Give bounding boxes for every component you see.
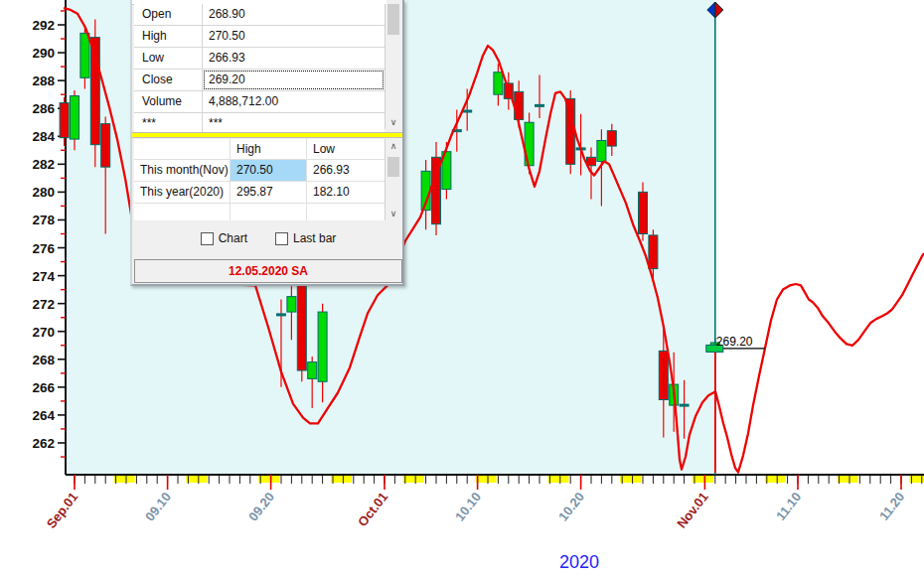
candlestick[interactable] [60, 103, 69, 138]
ohlc-row: Low266.93 [134, 48, 385, 70]
y-axis-label: 280 [32, 185, 55, 200]
weekend-marker [476, 476, 497, 483]
candlestick[interactable] [297, 278, 306, 370]
ohlc-row-value[interactable]: 4,888,712.00 [203, 91, 385, 112]
candlestick[interactable] [515, 91, 524, 119]
x-axis-label: 09.10 [142, 490, 174, 524]
ohlc-scrollbar[interactable]: ∨ [385, 4, 401, 129]
ohlc-row-label: High [134, 26, 203, 47]
weekend-marker [765, 476, 786, 483]
checkbox-box-icon[interactable] [201, 232, 214, 245]
weekend-marker [186, 476, 207, 483]
scrollbar-thumb[interactable] [387, 4, 399, 35]
y-axis-label: 270 [32, 325, 55, 340]
y-axis-label: 284 [32, 129, 55, 144]
candlestick[interactable] [597, 140, 606, 161]
ohlc-row-value[interactable]: 269.20 [203, 70, 385, 90]
candlestick[interactable] [659, 351, 668, 399]
ohlc-row: High270.50 [134, 26, 385, 48]
stats-header-cell: Low [307, 139, 385, 159]
y-axis-label: 266 [32, 380, 55, 395]
stats-header-cell: High [231, 139, 307, 159]
stats-header-row: HighLow [134, 139, 385, 160]
stats-table: HighLowThis month(Nov)270.50266.93This y… [134, 139, 385, 225]
data-panel: Open268.90High270.50Low266.93Close269.20… [130, 0, 404, 286]
y-axis-label: 272 [32, 297, 55, 312]
stats-cell[interactable]: 295.87 [231, 182, 307, 203]
y-axis-label: 262 [32, 436, 55, 451]
lastbar-checkbox[interactable]: Last bar [275, 231, 336, 245]
stats-row: This month(Nov)270.50266.93 [134, 160, 385, 182]
scroll-down-icon[interactable]: ∨ [385, 115, 401, 129]
stats-row: This year(2020)295.87182.10 [134, 182, 385, 204]
candlestick[interactable] [71, 96, 79, 140]
x-axis-label: 09.20 [245, 490, 277, 524]
ohlc-row-value[interactable]: *** [203, 113, 385, 134]
weekend-marker [838, 476, 858, 483]
candlestick[interactable] [318, 312, 327, 381]
chart-checkbox-label: Chart [219, 231, 247, 245]
stats-cell[interactable]: 182.10 [307, 182, 385, 203]
status-date-bar: 12.05.2020 SA [134, 259, 402, 283]
candlestick[interactable] [639, 192, 648, 233]
stats-scrollbar[interactable]: ∧ ∨ [385, 139, 401, 220]
ohlc-row: Close269.20 [134, 70, 385, 91]
candlestick[interactable] [308, 362, 317, 379]
x-axis-label: 11.20 [876, 490, 907, 523]
x-axis-label: Oct.01 [355, 490, 390, 530]
doji-candle[interactable] [276, 313, 286, 316]
weekend-marker [114, 476, 135, 483]
weekend-marker [331, 476, 352, 483]
yellow-separator [132, 132, 402, 138]
stats-cell[interactable]: This month(Nov) [134, 160, 231, 181]
x-axis-label: Nov.01 [674, 490, 710, 531]
y-axis-label: 276 [32, 241, 55, 256]
stats-header-cell [134, 139, 231, 159]
candlestick[interactable] [287, 297, 296, 312]
ohlc-table: Open268.90High270.50Low266.93Close269.20… [134, 4, 385, 135]
ohlc-row-label: *** [134, 113, 203, 134]
scroll-down-icon[interactable]: ∨ [385, 207, 401, 220]
stats-cell[interactable]: This year(2020) [134, 182, 231, 203]
x-axis-label: 10.10 [452, 490, 484, 524]
scroll-up-icon[interactable]: ∧ [385, 139, 401, 153]
y-axis-label: 264 [32, 408, 55, 423]
year-label: 2020 [559, 552, 599, 572]
candlestick[interactable] [80, 33, 89, 77]
candlestick[interactable] [494, 72, 503, 94]
weekend-marker [547, 476, 568, 483]
ohlc-row-label: Close [134, 70, 203, 90]
candlestick[interactable] [649, 235, 658, 269]
weekend-marker [258, 476, 279, 483]
ohlc-row-value[interactable]: 268.90 [203, 4, 385, 25]
ohlc-row-value[interactable]: 270.50 [203, 26, 385, 47]
scrollbar-thumb[interactable] [387, 157, 399, 177]
y-axis-label: 278 [32, 213, 55, 227]
price-tag-label: 269.20 [716, 335, 753, 349]
doji-candle[interactable] [680, 404, 690, 407]
stats-cell[interactable]: 270.50 [231, 160, 307, 181]
chart-checkbox[interactable]: Chart [201, 231, 247, 245]
y-axis-label: 286 [32, 101, 55, 116]
checkbox-box-icon[interactable] [275, 232, 288, 245]
candlestick[interactable] [101, 124, 110, 168]
ohlc-row-label: Low [134, 48, 203, 69]
y-axis-label: 290 [32, 46, 55, 61]
x-axis-label: 10.20 [555, 490, 587, 524]
crosshair-diamond-icon[interactable] [715, 2, 723, 18]
weekend-marker [403, 476, 424, 483]
x-axis-label: 11.10 [773, 490, 804, 523]
weekend-marker [620, 476, 641, 483]
ohlc-row: Volume4,888,712.00 [134, 91, 385, 113]
x-axis-label: Sep.01 [44, 490, 81, 531]
lastbar-checkbox-label: Last bar [293, 231, 336, 245]
checkbox-row: Chart Last bar [134, 220, 402, 256]
ohlc-row-label: Open [134, 4, 203, 25]
ohlc-row: Open268.90 [134, 4, 385, 26]
doji-candle[interactable] [535, 104, 544, 107]
candlestick[interactable] [607, 131, 616, 146]
y-axis-label: 288 [32, 73, 55, 88]
charting-app-window: 2922902882862842822802782762742722702682… [0, 0, 924, 575]
ohlc-row-value[interactable]: 266.93 [203, 48, 385, 69]
stats-cell[interactable]: 266.93 [307, 160, 385, 181]
